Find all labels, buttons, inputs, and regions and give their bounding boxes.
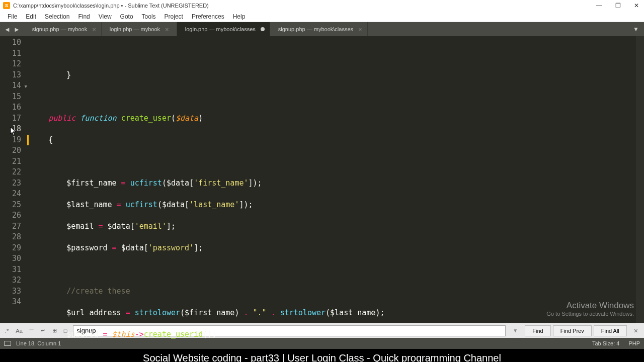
menu-view[interactable]: View (95, 12, 115, 21)
menu-tools[interactable]: Tools (138, 12, 159, 21)
line-gutter: 1011121314151617181920212223242526272829… (0, 36, 28, 323)
find-regex-toggle[interactable]: .* (3, 327, 11, 335)
tab-signup-mybook[interactable]: signup.php — mybook× (24, 22, 102, 36)
tab-dropdown-icon[interactable]: ▼ (628, 26, 644, 33)
maximize-button[interactable]: ❐ (613, 2, 623, 9)
code-content[interactable]: } public function create_user($data) { $… (28, 36, 636, 323)
find-case-toggle[interactable]: Aa (14, 327, 24, 335)
nav-forward-icon[interactable]: ► (13, 26, 21, 33)
tab-close-icon[interactable]: × (165, 26, 169, 33)
menu-selection[interactable]: Selection (41, 12, 73, 21)
close-button[interactable]: ✕ (632, 2, 641, 9)
tab-login-classes[interactable]: login.php — mybook\classes (177, 22, 270, 36)
menu-goto[interactable]: Goto (117, 12, 137, 21)
editor-area[interactable]: 1011121314151617181920212223242526272829… (0, 36, 644, 323)
tab-label: signup.php — mybook\classes (278, 26, 353, 32)
tab-label: login.php — mybook (110, 26, 160, 32)
menu-preferences[interactable]: Preferences (188, 12, 228, 21)
dirty-dot-icon (261, 27, 265, 31)
tab-login-mybook[interactable]: login.php — mybook× (102, 22, 177, 36)
app-icon: S (3, 2, 10, 9)
menu-find[interactable]: Find (74, 12, 93, 21)
tab-close-icon[interactable]: × (92, 26, 96, 33)
tab-label: login.php — mybook\classes (185, 26, 256, 32)
menu-file[interactable]: File (4, 12, 21, 21)
minimap[interactable] (636, 36, 644, 323)
menu-edit[interactable]: Edit (22, 12, 40, 21)
menu-help[interactable]: Help (229, 12, 249, 21)
status-panel-icon[interactable] (4, 341, 11, 346)
tab-bar: ◄ ► signup.php — mybook× login.php — myb… (0, 22, 644, 36)
nav-back-icon[interactable]: ◄ (3, 26, 12, 33)
menu-bar: File Edit Selection Find View Goto Tools… (0, 11, 644, 22)
tab-label: signup.php — mybook (32, 26, 87, 32)
tab-close-icon[interactable]: × (358, 26, 362, 33)
tab-signup-classes[interactable]: signup.php — mybook\classes× (270, 22, 368, 36)
menu-project[interactable]: Project (161, 12, 187, 21)
window-title: C:\xampp\htdocs\mybook\classes\login.php… (13, 3, 594, 9)
title-bar: S C:\xampp\htdocs\mybook\classes\login.p… (0, 0, 644, 11)
minimize-button[interactable]: — (594, 2, 604, 9)
